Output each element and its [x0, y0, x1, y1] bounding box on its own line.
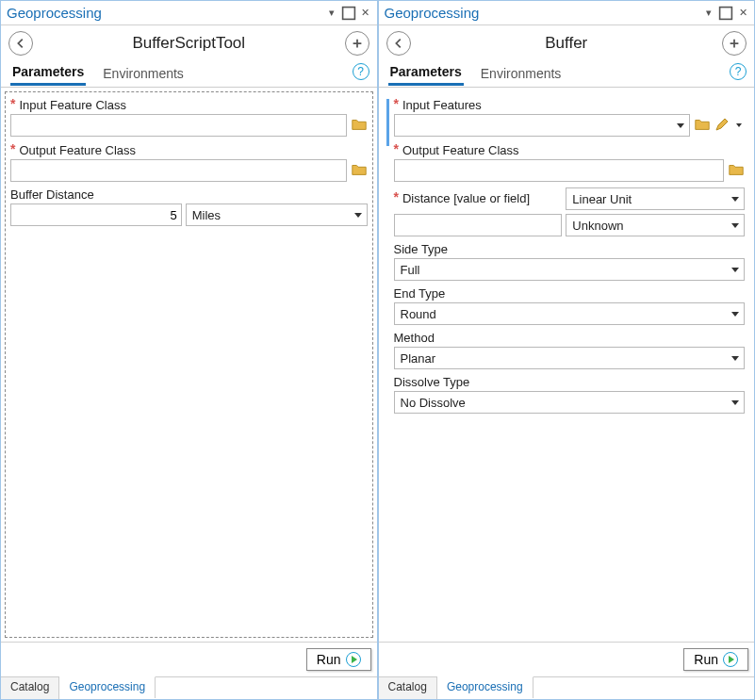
back-button[interactable]: [386, 31, 411, 56]
required-icon: *: [394, 141, 399, 156]
svg-rect-0: [342, 7, 354, 19]
tool-header: Buffer: [379, 25, 755, 59]
help-icon[interactable]: ?: [730, 63, 747, 80]
label-output-feature-class: Output Feature Class: [402, 143, 519, 157]
bottom-tab-geoprocessing[interactable]: Geoprocessing: [437, 676, 533, 698]
label-side-type: Side Type: [394, 242, 449, 256]
bottom-tab-catalog[interactable]: Catalog: [379, 677, 437, 699]
geoprocessing-pane-left: Geoprocessing ▾ ✕ BufferScriptTool Param…: [0, 0, 378, 700]
tab-environments[interactable]: Environments: [479, 62, 564, 85]
end-type-select[interactable]: Round: [394, 302, 746, 325]
required-icon: *: [10, 141, 15, 156]
bottom-tab-geoprocessing[interactable]: Geoprocessing: [59, 676, 156, 698]
dropdown-icon[interactable]: ▾: [701, 6, 716, 21]
buffer-distance-field[interactable]: [10, 203, 182, 226]
add-button[interactable]: [345, 31, 369, 56]
label-input-features: Input Features: [402, 98, 482, 112]
tool-title: BufferScriptTool: [33, 34, 345, 53]
method-select[interactable]: Planar: [394, 347, 746, 369]
label-end-type: End Type: [394, 286, 446, 301]
tab-parameters[interactable]: Parameters: [10, 60, 86, 86]
bottom-tab-catalog[interactable]: Catalog: [1, 677, 59, 699]
active-field-indicator: [386, 99, 389, 146]
tab-environments[interactable]: Environments: [101, 62, 186, 85]
distance-value-field[interactable]: [394, 214, 563, 236]
distance-type-select[interactable]: Linear Unit: [566, 187, 745, 210]
maximize-icon[interactable]: [718, 6, 733, 21]
side-type-select[interactable]: Full: [394, 258, 746, 281]
browse-folder-icon[interactable]: [728, 161, 745, 181]
input-features-select[interactable]: [394, 114, 691, 137]
play-icon: [723, 652, 738, 667]
run-button[interactable]: Run: [306, 648, 371, 671]
window-title: Geoprocessing: [5, 5, 322, 21]
label-buffer-distance: Buffer Distance: [10, 187, 94, 202]
window-title: Geoprocessing: [383, 5, 700, 21]
tool-header: BufferScriptTool: [1, 25, 377, 59]
label-distance: Distance [value or field]: [402, 191, 530, 205]
edit-icon[interactable]: [714, 117, 730, 135]
distance-unit-select[interactable]: Unknown: [566, 214, 745, 236]
help-icon[interactable]: ?: [353, 63, 369, 80]
label-input-feature-class: Input Feature Class: [19, 98, 125, 112]
tab-bar: Parameters Environments ?: [1, 59, 377, 88]
label-dissolve-type: Dissolve Type: [394, 375, 470, 389]
required-icon: *: [394, 189, 399, 204]
tool-title: Buffer: [411, 34, 723, 53]
output-feature-class-field[interactable]: [10, 159, 347, 182]
titlebar: Geoprocessing ▾ ✕: [379, 1, 755, 25]
dropdown-icon[interactable]: ▾: [324, 6, 339, 21]
required-icon: *: [10, 96, 15, 111]
titlebar: Geoprocessing ▾ ✕: [1, 1, 377, 25]
buffer-unit-select[interactable]: Miles: [186, 203, 368, 226]
input-feature-class-field[interactable]: [10, 114, 347, 137]
back-button[interactable]: [8, 31, 33, 56]
dissolve-type-select[interactable]: No Dissolve: [394, 391, 746, 414]
browse-folder-icon[interactable]: [351, 161, 368, 181]
play-icon: [346, 652, 361, 667]
run-button[interactable]: Run: [683, 648, 748, 671]
required-icon: *: [394, 96, 399, 111]
bottom-tab-bar: Catalog Geoprocessing: [379, 676, 755, 699]
close-icon[interactable]: ✕: [358, 6, 373, 21]
label-output-feature-class: Output Feature Class: [19, 143, 136, 157]
tab-bar: Parameters Environments ?: [379, 59, 755, 88]
bottom-tab-bar: Catalog Geoprocessing: [1, 676, 377, 699]
browse-folder-icon[interactable]: [351, 116, 368, 136]
add-button[interactable]: [722, 31, 747, 56]
close-icon[interactable]: ✕: [735, 6, 750, 21]
svg-rect-1: [720, 7, 732, 19]
maximize-icon[interactable]: [341, 6, 356, 21]
geoprocessing-pane-right: Geoprocessing ▾ ✕ Buffer Parameters Envi…: [378, 0, 756, 700]
browse-folder-icon[interactable]: [694, 116, 711, 136]
output-feature-class-field[interactable]: [394, 159, 725, 182]
tab-parameters[interactable]: Parameters: [388, 60, 464, 86]
edit-dropdown-icon[interactable]: [733, 115, 745, 136]
label-method: Method: [394, 331, 435, 345]
